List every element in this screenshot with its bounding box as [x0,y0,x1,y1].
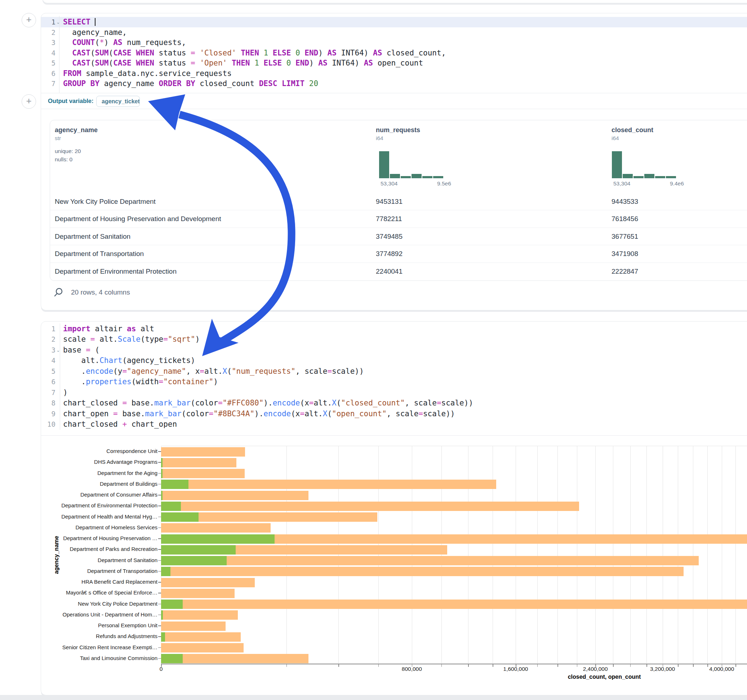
annotation-arrow [0,0,747,700]
